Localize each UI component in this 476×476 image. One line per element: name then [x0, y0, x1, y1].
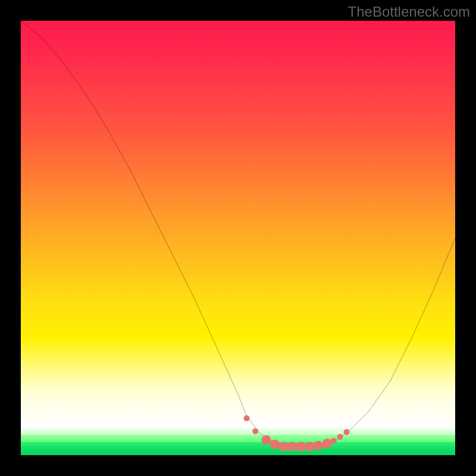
range-marker-dot — [305, 441, 314, 451]
range-marker-dot — [244, 415, 250, 421]
range-marker-dot — [337, 434, 343, 440]
range-marker-dot — [314, 441, 323, 450]
watermark-text: TheBottleneck.com — [348, 4, 470, 20]
range-marker-dot — [252, 428, 258, 434]
range-marker-dot — [261, 435, 271, 444]
range-marker-dot — [270, 440, 280, 449]
range-marker-dot — [287, 441, 297, 451]
chart-svg — [21, 21, 455, 455]
range-marker-dot — [331, 438, 337, 444]
range-marker-dot — [343, 429, 349, 435]
range-marker-dot — [279, 441, 289, 451]
range-marker-dot — [296, 441, 306, 451]
range-marker-dot — [322, 439, 332, 448]
chart-frame — [21, 21, 455, 455]
bottleneck-curve-line — [21, 21, 455, 446]
